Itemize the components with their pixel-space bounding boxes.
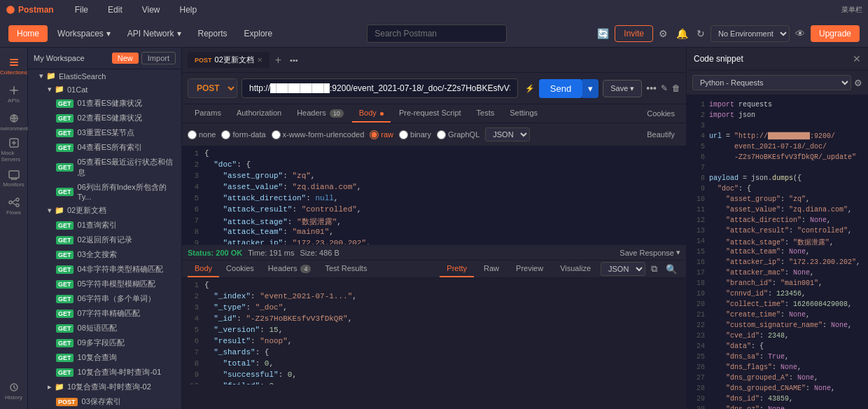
body-type-graphql[interactable]: GraphQL bbox=[437, 130, 479, 139]
menu-file[interactable]: File bbox=[71, 4, 92, 16]
tree-get-17[interactable]: GET 10复合查询-时时查询-01 bbox=[28, 365, 181, 380]
tree-get-4[interactable]: GET 04查看ES所有索引 bbox=[28, 140, 181, 155]
send-dropdown-button[interactable]: ▾ bbox=[582, 79, 598, 98]
explore-link[interactable]: Explore bbox=[237, 25, 280, 43]
tree-item-label: 03保存索引 bbox=[82, 396, 121, 407]
copy-response-icon[interactable]: ⧉ bbox=[648, 262, 660, 276]
body-type-binary[interactable]: binary bbox=[399, 130, 431, 139]
beautify-button[interactable]: Beautify bbox=[641, 129, 680, 140]
response-area: Status: 200 OK Time: 191 ms Size: 486 B … bbox=[182, 244, 686, 384]
body-type-formdata[interactable]: form-data bbox=[221, 130, 265, 139]
tree-get-5[interactable]: GET 05查看ES最近运行状态和信息 bbox=[28, 155, 181, 180]
sidebar-environments[interactable]: Environments bbox=[1, 109, 27, 134]
body-type-urlencoded[interactable]: x-www-form-urlencoded bbox=[272, 130, 365, 139]
close-snippet-icon[interactable]: ✕ bbox=[853, 53, 861, 64]
tree-get-1[interactable]: GET 01查看ES健康状况 bbox=[28, 96, 181, 111]
response-body: 1{ 2 "_index": "event_2021-07-1...", 3 "… bbox=[182, 278, 686, 384]
headers-tab[interactable]: Headers 10 bbox=[290, 104, 351, 123]
sidebar-monitors[interactable]: Monitors bbox=[1, 165, 27, 190]
more-options-icon[interactable]: ••• bbox=[646, 83, 657, 94]
settings-icon[interactable]: ⚙ bbox=[656, 25, 671, 42]
tree-folder-elasticsearch[interactable]: ▾ 📁 ElasticSearch bbox=[28, 69, 181, 83]
snip-24: 24 "data": { bbox=[692, 342, 862, 353]
params-tab[interactable]: Params bbox=[188, 104, 228, 123]
close-tab-icon[interactable]: ✕ bbox=[257, 56, 262, 64]
sidebar-flows[interactable]: Flows bbox=[1, 193, 27, 219]
response-format-select[interactable]: JSON bbox=[601, 262, 645, 276]
tree-get-10[interactable]: GET 04非字符串类型精确匹配 bbox=[28, 262, 181, 277]
pretty-tab[interactable]: Pretty bbox=[440, 261, 474, 277]
url-input[interactable] bbox=[241, 78, 518, 98]
resp-test-results-tab[interactable]: Test Results bbox=[318, 261, 374, 277]
tree-get-2[interactable]: GET 02查看ES健康状况 bbox=[28, 111, 181, 125]
notification-icon[interactable]: 🔔 bbox=[673, 25, 691, 42]
tree-folder-02[interactable]: ▾ 📁 02更新文档 bbox=[28, 203, 181, 218]
path-variables-icon[interactable]: ⚡ bbox=[525, 84, 535, 93]
preview-tab[interactable]: Preview bbox=[509, 261, 550, 277]
tree-get-13[interactable]: GET 07字符串精确匹配 bbox=[28, 306, 181, 321]
resp-body-tab[interactable]: Body bbox=[188, 261, 219, 277]
search-response-icon[interactable]: 🔍 bbox=[663, 263, 680, 276]
sidebar: Collections APIs Environments Mock Serve… bbox=[0, 48, 28, 409]
edit-icon[interactable]: ✎ bbox=[661, 83, 668, 93]
sidebar-history[interactable]: History bbox=[1, 378, 27, 403]
save-response-button[interactable]: Save Response ▾ bbox=[620, 248, 680, 257]
send-button[interactable]: Send bbox=[539, 79, 582, 98]
settings-tab[interactable]: Settings bbox=[503, 104, 545, 123]
cookies-link[interactable]: Cookies bbox=[641, 105, 680, 122]
tree-get-15[interactable]: GET 09多字段匹配 bbox=[28, 335, 181, 350]
sidebar-collections[interactable]: Collections bbox=[1, 53, 27, 78]
tree-get-3[interactable]: GET 03重置ES某节点 bbox=[28, 125, 181, 140]
tree-folder-03[interactable]: ▸ 📁 10复合查询-时时查询-02 bbox=[28, 380, 181, 394]
menu-help[interactable]: Help bbox=[176, 4, 202, 16]
api-network-link[interactable]: API Network ▾ bbox=[120, 25, 188, 43]
search-input[interactable] bbox=[367, 25, 507, 43]
language-select[interactable]: Python - Requests bbox=[692, 75, 851, 90]
sidebar-mock-servers[interactable]: Mock Servers bbox=[1, 137, 27, 162]
invite-button[interactable]: Invite bbox=[615, 25, 653, 42]
tree-get-8[interactable]: GET 02返回所有记录 bbox=[28, 233, 181, 247]
body-type-none[interactable]: none bbox=[188, 130, 216, 139]
request-tab-active[interactable]: POST 02更新文档 ✕ bbox=[188, 52, 270, 68]
tree-get-7[interactable]: GET 01查询索引 bbox=[28, 218, 181, 233]
reports-link[interactable]: Reports bbox=[191, 25, 234, 43]
menu-view[interactable]: View bbox=[138, 4, 164, 16]
sidebar-apis[interactable]: APIs bbox=[1, 81, 27, 106]
environment-select[interactable]: No Environment bbox=[710, 25, 790, 42]
new-tab-button[interactable]: + bbox=[271, 53, 286, 68]
tree-get-12[interactable]: GET 06字符串（多个单词） bbox=[28, 291, 181, 306]
home-button[interactable]: Home bbox=[8, 25, 48, 42]
tests-tab[interactable]: Tests bbox=[470, 104, 502, 123]
pre-request-script-tab[interactable]: Pre-request Script bbox=[392, 104, 468, 123]
sync-icon[interactable]: 🔄 bbox=[594, 25, 612, 42]
menu-edit[interactable]: Edit bbox=[104, 4, 127, 16]
tree-get-9[interactable]: GET 03全文搜索 bbox=[28, 247, 181, 262]
tree-get-6[interactable]: GET 06列出所有Index所包含的Ty... bbox=[28, 180, 181, 203]
body-tab[interactable]: Body bbox=[352, 104, 391, 123]
tree-folder-01cat[interactable]: ▾ 📁 01Cat bbox=[28, 83, 181, 96]
body-type-raw[interactable]: raw bbox=[370, 130, 393, 139]
tree-get-16[interactable]: GET 10复合查询 bbox=[28, 350, 181, 365]
eye-icon[interactable]: 👁 bbox=[792, 25, 808, 42]
get-badge: GET bbox=[56, 354, 74, 362]
upgrade-button[interactable]: Upgrade bbox=[811, 25, 860, 42]
authorization-tab[interactable]: Authorization bbox=[230, 104, 288, 123]
visualize-tab[interactable]: Visualize bbox=[553, 261, 598, 277]
resp-cookies-tab[interactable]: Cookies bbox=[219, 261, 261, 277]
raw-tab[interactable]: Raw bbox=[477, 261, 506, 277]
workspaces-link[interactable]: Workspaces ▾ bbox=[50, 25, 118, 43]
method-select[interactable]: POST bbox=[188, 78, 237, 98]
more-tabs-icon[interactable]: ••• bbox=[290, 56, 298, 64]
new-button[interactable]: New bbox=[112, 53, 139, 64]
resp-headers-tab[interactable]: Headers 4 bbox=[261, 261, 318, 277]
save-button[interactable]: Save ▾ bbox=[603, 80, 642, 97]
delete-icon[interactable]: 🗑 bbox=[672, 83, 680, 93]
tree-get-11[interactable]: GET 05字符串模型模糊匹配 bbox=[28, 277, 181, 291]
tree-post-1[interactable]: POST 03保存索引 bbox=[28, 394, 181, 409]
import-button[interactable]: Import bbox=[141, 52, 176, 64]
format-select[interactable]: JSON bbox=[485, 127, 530, 141]
refresh-icon[interactable]: ↻ bbox=[694, 25, 708, 42]
snippet-settings-icon[interactable]: ⚙ bbox=[854, 78, 862, 88]
request-body-editor[interactable]: 1{ 2 "doc": { 3 "asset_group": "zq", 4 "… bbox=[182, 146, 686, 244]
tree-get-14[interactable]: GET 08短语匹配 bbox=[28, 321, 181, 335]
